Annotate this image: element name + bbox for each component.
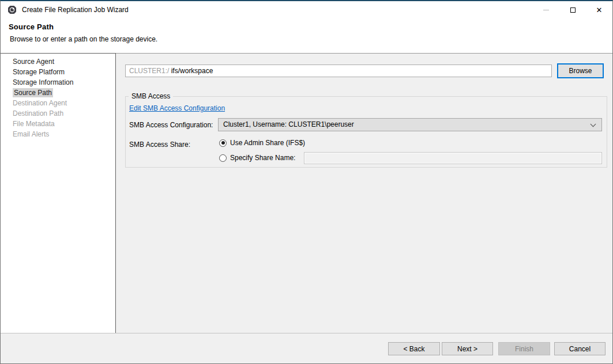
smb-config-selected-value: Cluster1, Username: CLUSTER1\peeruser	[223, 120, 354, 128]
specify-share-name-radio-label: Specify Share Name:	[230, 154, 295, 162]
use-admin-share-option[interactable]: Use Admin Share (IFS$)	[219, 139, 305, 147]
cancel-button[interactable]: Cancel	[554, 342, 606, 355]
sidebar-item-destination-agent: Destination Agent	[1, 98, 115, 108]
specify-share-name-radio[interactable]	[219, 154, 227, 162]
minimize-button[interactable]	[533, 1, 559, 18]
window-title: Create File Replication Job Wizard	[22, 6, 129, 14]
path-prefix: CLUSTER1:/	[129, 67, 169, 75]
use-admin-share-radio-label: Use Admin Share (IFS$)	[230, 139, 305, 147]
close-icon: ✕	[596, 6, 603, 14]
smb-share-label: SMB Access Share:	[129, 141, 190, 149]
wizard-header: Source Path Browse to or enter a path on…	[1, 18, 612, 53]
sidebar-item-storage-platform[interactable]: Storage Platform	[1, 67, 115, 77]
chevron-down-icon	[591, 122, 596, 127]
page-title: Source Path	[9, 22, 612, 31]
maximize-button[interactable]	[559, 1, 586, 18]
finish-button: Finish	[498, 342, 550, 355]
back-button[interactable]: < Back	[388, 342, 440, 355]
smb-access-group: SMB Access Edit SMB Access Configuration…	[125, 96, 607, 168]
close-button[interactable]: ✕	[586, 1, 612, 18]
sidebar-item-storage-information[interactable]: Storage Information	[1, 77, 115, 88]
smb-config-dropdown[interactable]: Cluster1, Username: CLUSTER1\peeruser	[218, 118, 602, 131]
sidebar-item-destination-path: Destination Path	[1, 108, 115, 119]
sidebar-item-file-metadata: File Metadata	[1, 119, 115, 129]
wizard-window: Create File Replication Job Wizard ✕ Sou…	[0, 0, 613, 364]
wizard-steps-sidebar: Source Agent Storage Platform Storage In…	[1, 53, 116, 333]
titlebar: Create File Replication Job Wizard ✕	[1, 1, 612, 18]
step-content: CLUSTER1:/ ifs/workspace Browse SMB Acce…	[116, 54, 612, 333]
next-button[interactable]: Next >	[442, 342, 493, 355]
source-path-input[interactable]: CLUSTER1:/ ifs/workspace	[125, 65, 552, 77]
sidebar-item-email-alerts: Email Alerts	[1, 129, 115, 139]
path-value: ifs/workspace	[171, 67, 213, 75]
edit-smb-access-link[interactable]: Edit SMB Access Configuration	[129, 104, 225, 112]
specify-share-name-option[interactable]: Specify Share Name:	[219, 154, 295, 162]
use-admin-share-radio[interactable]	[219, 139, 227, 147]
app-logo-icon	[7, 5, 17, 14]
page-subtitle: Browse to or enter a path on the storage…	[10, 35, 612, 43]
sidebar-item-source-agent[interactable]: Source Agent	[1, 56, 115, 67]
window-controls: ✕	[533, 1, 612, 18]
smb-config-label: SMB Access Configuration:	[129, 121, 213, 129]
sidebar-item-source-path[interactable]: Source Path	[1, 88, 115, 98]
share-name-input[interactable]	[304, 152, 602, 164]
maximize-icon	[570, 7, 576, 13]
wizard-footer: < Back Next > Finish Cancel	[1, 333, 612, 363]
minimize-icon	[543, 10, 549, 10]
browse-button[interactable]: Browse	[557, 63, 604, 78]
smb-group-title: SMB Access	[129, 92, 173, 100]
wizard-body: Source Agent Storage Platform Storage In…	[1, 53, 612, 333]
